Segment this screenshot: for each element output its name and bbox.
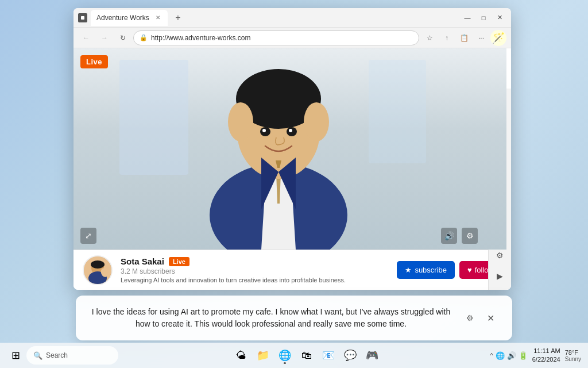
tab-title: Adventure Works: [96, 14, 149, 22]
taskbar-search[interactable]: 🔍 Search: [26, 346, 118, 365]
chevron-icon[interactable]: ^: [490, 352, 493, 359]
taskbar-edge[interactable]: 🌐: [275, 346, 295, 365]
time-display: 11:11 AM: [532, 347, 560, 355]
window-controls: — □ ✕: [461, 11, 506, 25]
copilot-settings-button[interactable]: ⚙: [462, 310, 478, 326]
date-display: 6/22/2024: [532, 355, 560, 364]
temperature: 78°F: [565, 349, 581, 356]
taskbar: ⊞ 🔍 Search 🌤 📁 🌐 🛍 📧 💬 🎮 ^ 🌐 🔊 🔋: [0, 343, 588, 368]
channel-description: Leveraging AI tools and innovation to tu…: [121, 277, 389, 283]
browser-window: Adventure Works ✕ + — □ ✕ ← → ↻ 🔒 http:/…: [74, 8, 511, 290]
avatar-svg: [84, 256, 111, 284]
menu-button[interactable]: ···: [473, 30, 489, 46]
copilot-message: I love the ideas for using AI art to pro…: [90, 306, 452, 330]
weather-widget[interactable]: 78°F Sunny: [565, 349, 581, 362]
video-player[interactable]: Live ⤢ 🔊 ⚙: [74, 48, 506, 250]
channel-live-tag: Live: [169, 257, 189, 266]
subscribe-button[interactable]: ★ subscribe: [397, 261, 455, 279]
live-badge: Live: [80, 55, 108, 68]
nav-actions: ☆ ↑ 📋 ··· 🪄: [421, 30, 506, 46]
taskbar-file-explorer[interactable]: 📁: [253, 346, 273, 365]
nav-bar: ← → ↻ 🔒 http://www.adventure-works.com ☆…: [74, 28, 511, 48]
maximize-button[interactable]: □: [477, 11, 490, 25]
taskbar-store[interactable]: 🛍: [297, 346, 316, 365]
address-bar[interactable]: 🔒 http://www.adventure-works.com: [133, 30, 419, 45]
channel-bar: Sota Sakai Live 3.2 M subscribers Levera…: [74, 250, 511, 290]
bg-window-right: [369, 60, 426, 163]
copilot-close-icon: ✕: [487, 313, 494, 324]
favorites-icon[interactable]: ☆: [421, 30, 438, 46]
refresh-button[interactable]: ↻: [115, 30, 131, 46]
start-button[interactable]: ⊞: [7, 347, 24, 364]
volume-icon: 🔊: [444, 231, 454, 240]
video-controls: 🔊 ⚙: [441, 228, 478, 244]
taskbar-teams[interactable]: 💬: [341, 346, 360, 365]
minimize-button[interactable]: —: [461, 11, 474, 25]
clock[interactable]: 11:11 AM 6/22/2024: [532, 347, 560, 365]
forward-button[interactable]: →: [96, 30, 113, 46]
channel-name-row: Sota Sakai Live: [121, 256, 389, 266]
taskbar-outlook[interactable]: 📧: [319, 346, 338, 365]
subscribe-label: subscribe: [415, 266, 447, 274]
volume-tray-icon[interactable]: 🔊: [507, 351, 516, 360]
channel-info: Sota Sakai Live 3.2 M subscribers Levera…: [121, 256, 389, 283]
channel-avatar: [83, 255, 113, 285]
person-svg: [187, 48, 370, 250]
search-label: Search: [46, 351, 68, 359]
share-icon[interactable]: ↑: [439, 30, 455, 46]
video-person: [74, 48, 483, 250]
taskbar-right: ^ 🌐 🔊 🔋 11:11 AM 6/22/2024 78°F Sunny: [490, 347, 581, 365]
video-settings-icon: ⚙: [466, 231, 474, 240]
heart-icon: ♥: [467, 266, 472, 274]
copilot-panel: I love the ideas for using AI art to pro…: [76, 296, 512, 340]
channel-name: Sota Sakai: [121, 256, 164, 266]
svg-rect-1: [81, 16, 84, 20]
channel-actions: ★ subscribe ♥ follow: [397, 261, 502, 279]
star-icon: ★: [405, 266, 412, 274]
volume-button[interactable]: 🔊: [441, 228, 457, 244]
title-bar: Adventure Works ✕ + — □ ✕: [74, 8, 511, 28]
sidebar-collapse-icon[interactable]: ▶: [491, 267, 509, 285]
tab-favicon: [78, 13, 87, 22]
svg-point-12: [262, 129, 266, 132]
windows-icon: ⊞: [11, 349, 20, 362]
svg-point-9: [304, 102, 329, 141]
weather-condition: Sunny: [565, 356, 581, 362]
new-tab-button[interactable]: +: [171, 11, 185, 25]
network-icon[interactable]: 🌐: [496, 351, 505, 360]
video-expand-button[interactable]: ⤢: [80, 228, 96, 244]
svg-point-13: [289, 129, 292, 132]
svg-point-8: [228, 102, 253, 141]
main-content: ✏️ 🔵 📧 🛒 🎵 + ⚙ ▶: [74, 48, 511, 290]
desktop: Adventure Works ✕ + — □ ✕ ← → ↻ 🔒 http:/…: [0, 0, 588, 368]
search-icon: 🔍: [33, 351, 42, 360]
url-text: http://www.adventure-works.com: [151, 34, 250, 42]
taskbar-left: ⊞ 🔍 Search: [7, 346, 118, 365]
system-tray-icons: ^ 🌐 🔊 🔋: [490, 351, 528, 360]
expand-icon: ⤢: [85, 231, 92, 240]
channel-subscribers: 3.2 M subscribers: [121, 267, 389, 275]
back-button[interactable]: ←: [78, 30, 94, 46]
tab-close-button[interactable]: ✕: [154, 14, 162, 22]
active-tab[interactable]: Adventure Works ✕: [91, 10, 168, 26]
collections-icon[interactable]: 📋: [456, 30, 472, 46]
taskbar-apps: 🌤 📁 🌐 🛍 📧 💬 🎮: [123, 346, 490, 365]
taskbar-xbox[interactable]: 🎮: [362, 346, 382, 365]
copilot-actions: ⚙ ✕: [462, 310, 498, 326]
copilot-settings-icon: ⚙: [466, 313, 474, 323]
copilot-close-button[interactable]: ✕: [482, 310, 498, 326]
video-settings-button[interactable]: ⚙: [462, 228, 478, 244]
bg-window-left: [119, 60, 188, 175]
battery-icon[interactable]: 🔋: [519, 351, 528, 360]
taskbar-widget-icon[interactable]: 🌤: [231, 346, 251, 365]
lock-icon: 🔒: [140, 34, 148, 41]
svg-point-19: [91, 260, 105, 269]
close-button[interactable]: ✕: [493, 11, 506, 25]
copilot-button[interactable]: 🪄: [490, 30, 506, 46]
